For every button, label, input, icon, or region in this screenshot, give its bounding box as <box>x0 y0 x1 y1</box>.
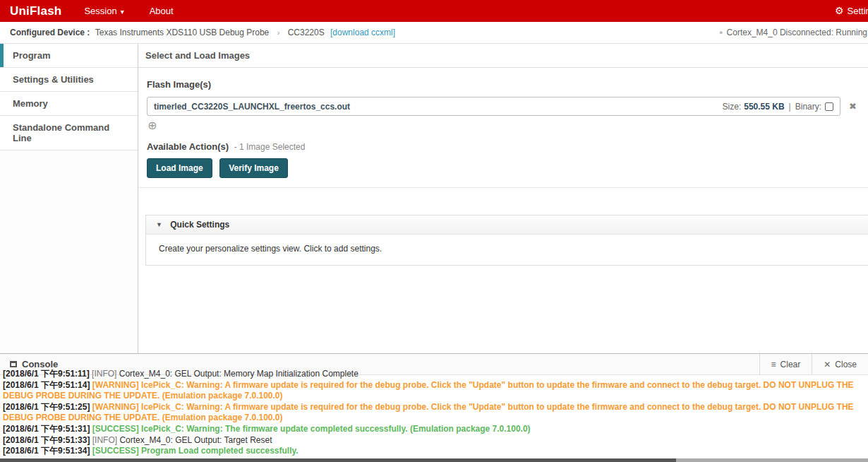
uniflash-window: UniFlash Session▾ About ⚙Settings Config… <box>0 0 868 462</box>
log-entry: [2018/6/1 下午9:51:31] [SUCCESS] IcePick_C… <box>3 424 864 435</box>
console-title: Console <box>0 359 759 369</box>
sidebar-item-memory[interactable]: Memory <box>0 92 138 116</box>
console-log-area[interactable]: [2018/6/1 下午9:51:11] [INFO] Cortex_M4_0:… <box>0 369 868 462</box>
menu-session[interactable]: Session▾ <box>71 0 136 22</box>
close-icon: ✕ <box>824 360 831 369</box>
quick-settings-panel: ▼ Quick Settings Create your personalize… <box>145 215 868 266</box>
sidebar-item-settings-utilities[interactable]: Settings & Utilities <box>0 68 138 92</box>
core-status: ●Cortex_M4_0 Disconnected: Running <box>719 22 868 44</box>
settings-button[interactable]: ⚙Settings <box>835 0 868 22</box>
clear-lines-icon: ≡ <box>771 360 776 369</box>
console-panel: Console ≡ Clear ✕ Close [2018/6/1 下午9:51… <box>0 353 868 462</box>
device-name: Texas Instruments XDS110 USB Debug Probe <box>95 28 270 37</box>
size-value: 550.55 KB <box>744 102 784 112</box>
download-ccxml-link[interactable]: [download ccxml] <box>330 28 395 37</box>
menu-about[interactable]: About <box>137 0 186 22</box>
breadcrumb: Configured Device : Texas Instruments XD… <box>0 28 395 37</box>
scrollbar-thumb[interactable] <box>0 458 676 462</box>
quick-settings-title: Quick Settings <box>170 220 229 230</box>
status-text: Cortex_M4_0 Disconnected: Running <box>727 28 867 37</box>
horizontal-scrollbar[interactable] <box>0 458 868 462</box>
flash-image-input[interactable]: timerled_CC3220S_LAUNCHXL_freertos_ccs.o… <box>147 97 840 116</box>
available-actions-heading: Available Action(s) - 1 Image Selected <box>147 141 860 152</box>
flash-image-filename: timerled_CC3220S_LAUNCHXL_freertos_ccs.o… <box>154 102 723 112</box>
size-label: Size: <box>723 102 742 112</box>
sidebar-item-program[interactable]: Program <box>0 44 138 68</box>
remove-image-icon[interactable]: ✖ <box>849 101 857 112</box>
configured-device-label: Configured Device : <box>10 28 90 37</box>
meta-divider: | <box>789 102 791 112</box>
sidebar-item-standalone-cli[interactable]: Standalone Command Line <box>0 116 138 150</box>
flash-images-label: Flash Image(s) <box>147 79 860 90</box>
status-dot-icon: ● <box>719 29 723 36</box>
content-area: Program Settings & Utilities Memory Stan… <box>0 44 868 353</box>
console-window-icon <box>10 361 17 367</box>
app-logo: UniFlash <box>0 4 71 18</box>
binary-checkbox[interactable] <box>825 102 833 111</box>
load-image-button[interactable]: Load Image <box>147 158 212 178</box>
add-image-icon[interactable]: ⊕ <box>147 120 160 131</box>
chevron-down-icon: ▾ <box>121 8 124 16</box>
main-panel: Select and Load Images Flash Image(s) ti… <box>138 44 868 353</box>
available-actions-section: Available Action(s) - 1 Image Selected L… <box>138 131 868 178</box>
section-divider <box>138 187 868 188</box>
collapse-arrow-icon: ▼ <box>156 221 162 228</box>
sidebar-nav: Program Settings & Utilities Memory Stan… <box>0 44 138 353</box>
action-buttons: Load Image Verify Image <box>147 158 860 178</box>
gear-icon: ⚙ <box>835 5 844 16</box>
log-entry: [2018/6/1 下午9:51:25] [WARNING] IcePick_C… <box>3 402 864 424</box>
log-entry: [2018/6/1 下午9:51:34] [SUCCESS] Program L… <box>3 446 864 457</box>
top-menubar: UniFlash Session▾ About ⚙Settings <box>0 0 868 22</box>
quick-settings-header[interactable]: ▼ Quick Settings <box>146 215 868 235</box>
binary-label: Binary: <box>795 102 821 112</box>
flash-image-meta: Size: 550.55 KB | Binary: <box>723 102 834 112</box>
log-entry: [2018/6/1 下午9:51:11] [INFO] Cortex_M4_0:… <box>3 369 864 380</box>
flash-image-row: timerled_CC3220S_LAUNCHXL_freertos_ccs.o… <box>147 97 860 116</box>
log-entry: [2018/6/1 下午9:51:33] [INFO] Cortex_M4_0:… <box>3 435 864 446</box>
flash-images-section: Flash Image(s) timerled_CC3220S_LAUNCHXL… <box>138 68 868 131</box>
target-name: CC3220S <box>288 28 325 37</box>
verify-image-button[interactable]: Verify Image <box>219 158 288 178</box>
quick-settings-body[interactable]: Create your personalize settings view. C… <box>146 235 868 265</box>
chevron-right-icon: › <box>277 28 280 37</box>
page-title: Select and Load Images <box>138 44 868 68</box>
images-selected-info: - 1 Image Selected <box>234 142 306 152</box>
device-breadcrumb-bar: Configured Device : Texas Instruments XD… <box>0 22 868 44</box>
available-actions-label: Available Action(s) <box>147 141 229 152</box>
log-entry: [2018/6/1 下午9:51:14] [WARNING] IcePick_C… <box>3 380 864 402</box>
